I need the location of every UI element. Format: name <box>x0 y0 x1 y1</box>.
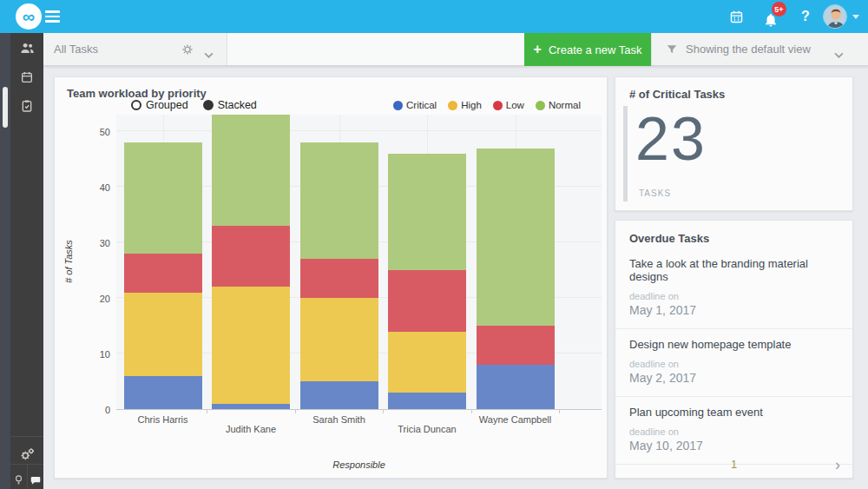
sidebar-item-chat[interactable] <box>27 466 43 489</box>
x-tick-label: Judith Kane <box>226 424 276 434</box>
bar-segment-high[interactable] <box>212 287 290 403</box>
x-axis-tick <box>559 410 560 413</box>
bar-judith-kane[interactable] <box>212 115 290 409</box>
deadline-label: deadline on <box>629 426 838 437</box>
plus-icon: + <box>534 43 542 56</box>
kpi-unit-label: TASKS <box>639 188 671 198</box>
bar-segment-low[interactable] <box>477 326 555 365</box>
bar-chris-harris[interactable] <box>124 142 202 409</box>
overdue-tasks-card: Overdue Tasks Take a look at the brandin… <box>615 220 853 479</box>
chevron-down-icon[interactable] <box>834 46 844 62</box>
bar-segment-critical[interactable] <box>477 365 555 409</box>
y-tick-label: 50 <box>79 127 110 137</box>
deadline-label: deadline on <box>629 359 838 369</box>
create-task-label: Create a new Task <box>549 43 641 56</box>
create-task-button[interactable]: + Create a new Task <box>524 33 651 66</box>
gears-icon <box>19 446 36 462</box>
critical-tasks-kpi-card: # of Critical Tasks 23 TASKS <box>615 76 853 211</box>
deadline-date: May 10, 2017 <box>629 439 838 453</box>
bar-segment-critical[interactable] <box>300 381 378 409</box>
task-selector-dropdown[interactable]: All Tasks <box>43 33 227 65</box>
notification-badge: 5+ <box>772 2 786 17</box>
hamburger-menu-icon[interactable] <box>45 10 60 23</box>
gear-icon[interactable] <box>181 43 194 59</box>
bar-segment-normal[interactable] <box>124 142 202 254</box>
y-tick-label: 30 <box>79 238 110 248</box>
bar-segment-normal[interactable] <box>477 149 555 327</box>
bar-segment-critical[interactable] <box>212 404 290 409</box>
logo-infinity-icon: ∞ <box>23 8 35 25</box>
calendar-button[interactable] <box>719 0 753 33</box>
help-button[interactable]: ? <box>788 0 823 33</box>
x-axis-tick <box>295 410 296 413</box>
filter-funnel-icon <box>666 43 678 56</box>
x-tick-label: Sarah Smith <box>312 414 365 425</box>
calendar-icon <box>20 70 34 84</box>
x-axis-tick <box>383 410 384 413</box>
view-filter-label: Showing the default view <box>686 43 811 56</box>
gridline <box>116 130 602 131</box>
y-tick-label: 40 <box>79 182 110 193</box>
bar-segment-low[interactable] <box>124 254 202 293</box>
bar-segment-low[interactable] <box>388 270 466 331</box>
pagination-current-page[interactable]: 1 <box>615 458 852 471</box>
clipboard-check-icon <box>20 99 34 113</box>
x-tick-label: Tricia Duncan <box>398 424 456 434</box>
divider <box>10 436 43 437</box>
sidebar-item-calendar[interactable] <box>10 63 43 91</box>
scrollbar-thumb[interactable] <box>3 87 8 128</box>
y-tick-label: 0 <box>79 405 110 415</box>
bar-segment-low[interactable] <box>212 226 290 287</box>
bar-segment-normal[interactable] <box>388 154 466 270</box>
bar-segment-high[interactable] <box>388 332 466 393</box>
calendar-icon <box>729 10 744 24</box>
bar-segment-normal[interactable] <box>212 115 290 226</box>
deadline-date: May 1, 2017 <box>629 303 838 317</box>
sidebar-item-team[interactable] <box>10 34 43 63</box>
pagination-next-icon[interactable]: › <box>835 457 840 472</box>
bar-segment-normal[interactable] <box>300 142 378 259</box>
sidebar-item-tasks[interactable] <box>10 91 43 120</box>
bar-segment-critical[interactable] <box>124 376 202 409</box>
x-tick-label: Chris Harris <box>137 414 187 425</box>
task-name[interactable]: Plan upcoming team event <box>629 406 838 419</box>
user-avatar[interactable] <box>823 4 847 29</box>
toolbar: All Tasks + Create a new Task <box>43 33 868 66</box>
overdue-title: Overdue Tasks <box>615 221 852 248</box>
bar-segment-low[interactable] <box>300 259 378 298</box>
bar-segment-critical[interactable] <box>388 393 466 409</box>
bar-tricia-duncan[interactable] <box>388 154 466 409</box>
chevron-down-icon[interactable] <box>204 46 214 62</box>
main-content: Team workload by priority Grouped Stacke… <box>43 66 868 489</box>
header-actions: 5+ ? <box>719 0 868 33</box>
bar-wayne-campbell[interactable] <box>477 149 555 409</box>
x-axis-label: Responsible <box>116 459 602 470</box>
task-item[interactable]: Design new homepage template deadline on… <box>615 329 852 397</box>
view-filter-dropdown[interactable]: Showing the default view <box>651 33 868 65</box>
x-axis-tick <box>207 410 207 413</box>
bar-segment-high[interactable] <box>124 293 202 376</box>
app-logo[interactable]: ∞ <box>16 3 42 30</box>
notifications-button[interactable]: 5+ <box>753 0 788 33</box>
y-tick-label: 20 <box>79 294 110 304</box>
task-name[interactable]: Take a look at the branding material des… <box>629 257 838 283</box>
task-item[interactable]: Take a look at the branding material des… <box>615 248 852 329</box>
sidebar-item-ideas[interactable] <box>10 466 27 489</box>
bar-segment-high[interactable] <box>300 298 378 381</box>
chat-bubble-icon <box>30 474 42 486</box>
question-mark-icon: ? <box>801 9 810 24</box>
task-item[interactable]: Plan upcoming team event deadline on May… <box>615 397 852 465</box>
y-tick-label: 10 <box>79 349 110 360</box>
bar-sarah-smith[interactable] <box>300 142 378 409</box>
app-window: ∞ 5+ ? <box>0 0 868 489</box>
kpi-accent-bar <box>623 106 628 202</box>
task-selector-label: All Tasks <box>54 43 98 56</box>
chart-area: # of Tasks Responsible 01020304050Chris … <box>55 77 608 479</box>
avatar-chevron-down-icon[interactable] <box>852 15 859 19</box>
x-tick-label: Wayne Campbell <box>479 414 551 425</box>
sidebar-scrollbar[interactable] <box>0 33 10 489</box>
avatar-photo <box>824 5 847 29</box>
task-name[interactable]: Design new homepage template <box>629 338 838 351</box>
users-icon <box>19 40 36 56</box>
deadline-label: deadline on <box>629 291 838 301</box>
